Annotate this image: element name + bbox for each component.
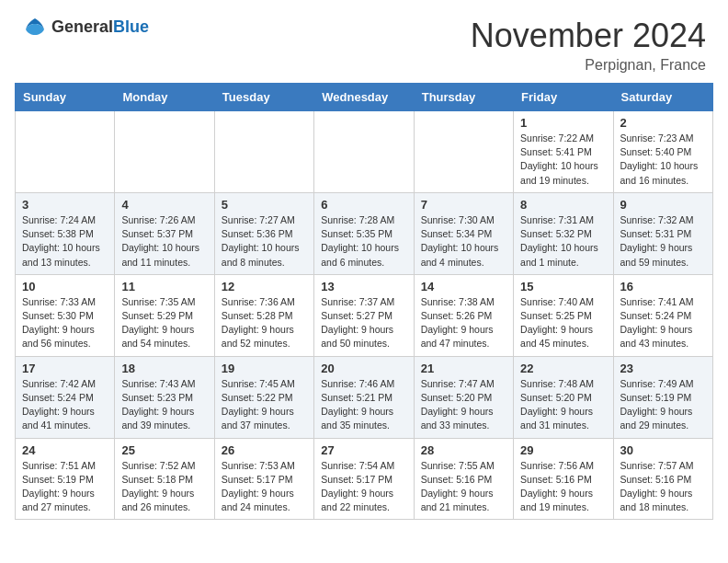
day-number: 12 — [222, 280, 307, 293]
location-subtitle: Perpignan, France — [471, 57, 706, 74]
calendar-cell — [314, 111, 414, 193]
day-info: Sunrise: 7:46 AM Sunset: 5:21 PM Dayligh… — [321, 377, 406, 433]
day-number: 17 — [22, 362, 108, 375]
calendar-body: 1Sunrise: 7:22 AM Sunset: 5:41 PM Daylig… — [16, 111, 713, 520]
calendar-cell: 28Sunrise: 7:55 AM Sunset: 5:16 PM Dayli… — [414, 438, 513, 520]
day-number: 7 — [421, 198, 506, 212]
day-info: Sunrise: 7:47 AM Sunset: 5:20 PM Dayligh… — [421, 377, 506, 433]
day-number: 20 — [321, 362, 406, 375]
calendar-cell: 24Sunrise: 7:51 AM Sunset: 5:19 PM Dayli… — [16, 438, 115, 520]
calendar-cell: 2Sunrise: 7:23 AM Sunset: 5:40 PM Daylig… — [613, 111, 712, 193]
day-number: 2 — [620, 116, 706, 130]
logo-icon — [22, 17, 48, 37]
page-header: GeneralBlue November 2024 Perpignan, Fra… — [0, 0, 728, 83]
header-monday: Monday — [115, 84, 214, 111]
day-number: 4 — [121, 198, 207, 212]
calendar-cell: 17Sunrise: 7:42 AM Sunset: 5:24 PM Dayli… — [16, 356, 115, 438]
day-info: Sunrise: 7:36 AM Sunset: 5:28 PM Dayligh… — [222, 295, 307, 351]
calendar-cell: 1Sunrise: 7:22 AM Sunset: 5:41 PM Daylig… — [514, 111, 613, 193]
day-info: Sunrise: 7:42 AM Sunset: 5:24 PM Dayligh… — [22, 377, 108, 433]
day-info: Sunrise: 7:37 AM Sunset: 5:27 PM Dayligh… — [321, 295, 406, 351]
calendar-cell: 30Sunrise: 7:57 AM Sunset: 5:16 PM Dayli… — [613, 438, 712, 520]
calendar-cell: 3Sunrise: 7:24 AM Sunset: 5:38 PM Daylig… — [16, 192, 115, 274]
day-number: 22 — [520, 362, 606, 375]
day-info: Sunrise: 7:43 AM Sunset: 5:23 PM Dayligh… — [121, 377, 207, 433]
logo-general: General — [51, 17, 113, 36]
month-year-title: November 2024 — [471, 17, 706, 55]
header-thursday: Thursday — [414, 84, 513, 111]
day-number: 30 — [620, 443, 706, 457]
logo-blue: Blue — [113, 17, 149, 36]
day-number: 18 — [121, 362, 207, 375]
day-number: 14 — [421, 280, 506, 293]
calendar-table: Sunday Monday Tuesday Wednesday Thursday… — [15, 83, 713, 520]
day-number: 8 — [520, 198, 606, 212]
calendar-cell: 6Sunrise: 7:28 AM Sunset: 5:35 PM Daylig… — [314, 192, 414, 274]
calendar-cell: 13Sunrise: 7:37 AM Sunset: 5:27 PM Dayli… — [314, 274, 414, 356]
day-number: 24 — [22, 443, 108, 457]
day-info: Sunrise: 7:41 AM Sunset: 5:24 PM Dayligh… — [620, 295, 706, 351]
calendar-cell: 12Sunrise: 7:36 AM Sunset: 5:28 PM Dayli… — [214, 274, 313, 356]
day-number: 23 — [620, 362, 706, 375]
day-info: Sunrise: 7:48 AM Sunset: 5:20 PM Dayligh… — [520, 377, 606, 433]
header-wednesday: Wednesday — [314, 84, 414, 111]
calendar-cell — [414, 111, 513, 193]
day-info: Sunrise: 7:24 AM Sunset: 5:38 PM Dayligh… — [22, 213, 108, 270]
day-number: 3 — [22, 198, 108, 212]
calendar-cell: 29Sunrise: 7:56 AM Sunset: 5:16 PM Dayli… — [514, 438, 613, 520]
day-info: Sunrise: 7:56 AM Sunset: 5:16 PM Dayligh… — [520, 459, 606, 515]
header-friday: Friday — [514, 84, 613, 111]
calendar-cell: 7Sunrise: 7:30 AM Sunset: 5:34 PM Daylig… — [414, 192, 513, 274]
calendar-cell: 27Sunrise: 7:54 AM Sunset: 5:17 PM Dayli… — [314, 438, 414, 520]
calendar-cell: 20Sunrise: 7:46 AM Sunset: 5:21 PM Dayli… — [314, 356, 414, 438]
calendar-cell: 8Sunrise: 7:31 AM Sunset: 5:32 PM Daylig… — [514, 192, 613, 274]
calendar-cell: 22Sunrise: 7:48 AM Sunset: 5:20 PM Dayli… — [514, 356, 613, 438]
day-info: Sunrise: 7:31 AM Sunset: 5:32 PM Dayligh… — [520, 213, 606, 270]
day-info: Sunrise: 7:40 AM Sunset: 5:25 PM Dayligh… — [520, 295, 606, 351]
day-info: Sunrise: 7:33 AM Sunset: 5:30 PM Dayligh… — [22, 295, 108, 351]
day-info: Sunrise: 7:27 AM Sunset: 5:36 PM Dayligh… — [222, 213, 307, 270]
calendar-cell: 19Sunrise: 7:45 AM Sunset: 5:22 PM Dayli… — [214, 356, 313, 438]
day-number: 19 — [222, 362, 307, 375]
day-number: 5 — [222, 198, 307, 212]
day-number: 25 — [121, 443, 207, 457]
day-number: 10 — [22, 280, 108, 293]
day-info: Sunrise: 7:35 AM Sunset: 5:29 PM Dayligh… — [121, 295, 207, 351]
title-area: November 2024 Perpignan, France — [471, 17, 706, 74]
calendar-cell: 4Sunrise: 7:26 AM Sunset: 5:37 PM Daylig… — [115, 192, 214, 274]
day-number: 11 — [121, 280, 207, 293]
calendar-header: Sunday Monday Tuesday Wednesday Thursday… — [16, 84, 713, 111]
day-number: 15 — [520, 280, 606, 293]
day-number: 13 — [321, 280, 406, 293]
day-info: Sunrise: 7:45 AM Sunset: 5:22 PM Dayligh… — [222, 377, 307, 433]
calendar-cell — [16, 111, 115, 193]
day-number: 1 — [520, 116, 606, 130]
calendar-cell: 26Sunrise: 7:53 AM Sunset: 5:17 PM Dayli… — [214, 438, 313, 520]
calendar-cell: 5Sunrise: 7:27 AM Sunset: 5:36 PM Daylig… — [214, 192, 313, 274]
day-info: Sunrise: 7:51 AM Sunset: 5:19 PM Dayligh… — [22, 459, 108, 515]
calendar-cell — [214, 111, 313, 193]
day-info: Sunrise: 7:38 AM Sunset: 5:26 PM Dayligh… — [421, 295, 506, 351]
calendar-cell: 21Sunrise: 7:47 AM Sunset: 5:20 PM Dayli… — [414, 356, 513, 438]
day-number: 26 — [222, 443, 307, 457]
day-info: Sunrise: 7:22 AM Sunset: 5:41 PM Dayligh… — [520, 132, 606, 188]
calendar-cell: 16Sunrise: 7:41 AM Sunset: 5:24 PM Dayli… — [613, 274, 712, 356]
day-info: Sunrise: 7:53 AM Sunset: 5:17 PM Dayligh… — [222, 459, 307, 515]
calendar-cell: 14Sunrise: 7:38 AM Sunset: 5:26 PM Dayli… — [414, 274, 513, 356]
day-number: 21 — [421, 362, 506, 375]
calendar-cell: 15Sunrise: 7:40 AM Sunset: 5:25 PM Dayli… — [514, 274, 613, 356]
day-info: Sunrise: 7:32 AM Sunset: 5:31 PM Dayligh… — [620, 213, 706, 270]
day-number: 16 — [620, 280, 706, 293]
day-info: Sunrise: 7:28 AM Sunset: 5:35 PM Dayligh… — [321, 213, 406, 270]
header-sunday: Sunday — [16, 84, 115, 111]
header-tuesday: Tuesday — [214, 84, 313, 111]
calendar-wrapper: Sunday Monday Tuesday Wednesday Thursday… — [0, 83, 728, 534]
day-number: 28 — [421, 443, 506, 457]
day-info: Sunrise: 7:57 AM Sunset: 5:16 PM Dayligh… — [620, 459, 706, 515]
calendar-cell: 23Sunrise: 7:49 AM Sunset: 5:19 PM Dayli… — [613, 356, 712, 438]
day-info: Sunrise: 7:23 AM Sunset: 5:40 PM Dayligh… — [620, 132, 706, 188]
calendar-cell — [115, 111, 214, 193]
calendar-cell: 11Sunrise: 7:35 AM Sunset: 5:29 PM Dayli… — [115, 274, 214, 356]
day-info: Sunrise: 7:30 AM Sunset: 5:34 PM Dayligh… — [421, 213, 506, 270]
day-info: Sunrise: 7:52 AM Sunset: 5:18 PM Dayligh… — [121, 459, 207, 515]
